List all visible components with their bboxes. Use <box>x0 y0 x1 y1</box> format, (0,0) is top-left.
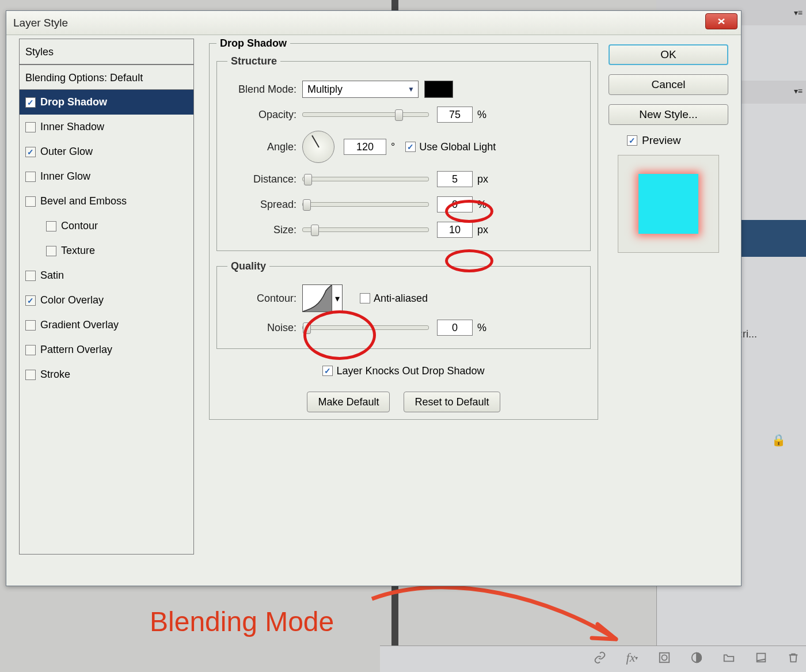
effect-panel-title: Drop Shadow <box>216 37 290 50</box>
style-label: Pattern Overlay <box>40 344 112 356</box>
chevron-down-icon[interactable]: ▾ <box>332 285 342 312</box>
angle-unit: ° <box>391 141 395 153</box>
preview-checkbox[interactable] <box>627 135 637 146</box>
layer-knocks-out-checkbox[interactable] <box>322 366 333 376</box>
style-item-drop-shadow[interactable]: Drop Shadow <box>20 90 193 115</box>
blend-mode-label: Blend Mode: <box>227 83 302 96</box>
style-item-stroke[interactable]: Stroke <box>20 362 193 387</box>
style-item-inner-shadow[interactable]: Inner Shadow <box>20 115 193 139</box>
distance-label: Distance: <box>227 173 302 185</box>
angle-dial[interactable] <box>302 131 334 163</box>
opacity-input[interactable]: 75 <box>437 107 473 123</box>
style-item-gradient-overlay[interactable]: Gradient Overlay <box>20 313 193 337</box>
angle-label: Angle: <box>227 141 302 153</box>
new-style-button[interactable]: New Style... <box>609 104 728 125</box>
noise-label: Noise: <box>227 322 302 334</box>
styles-header[interactable]: Styles <box>20 39 193 64</box>
style-checkbox[interactable] <box>25 147 36 157</box>
panel-menu-icon[interactable]: ▾≡ <box>794 8 803 17</box>
style-label: Color Overlay <box>40 294 104 306</box>
style-label: Inner Glow <box>40 170 90 183</box>
distance-input[interactable]: 5 <box>437 171 473 187</box>
quality-group: Quality Contour: ▾ Anti-aliased Noise: 0 <box>216 260 591 349</box>
layers-panel-toolbar: fx▾ <box>380 646 806 672</box>
make-default-button[interactable]: Make Default <box>307 392 390 412</box>
style-label: Drop Shadow <box>40 96 107 108</box>
contour-label: Contour: <box>227 293 302 305</box>
style-item-texture[interactable]: Texture <box>20 238 193 263</box>
style-checkbox[interactable] <box>25 172 36 182</box>
style-checkbox[interactable] <box>25 271 36 281</box>
spread-label: Spread: <box>227 199 302 211</box>
style-checkbox[interactable] <box>25 370 36 380</box>
style-item-contour[interactable]: Contour <box>20 214 193 238</box>
style-item-pattern-overlay[interactable]: Pattern Overlay <box>20 337 193 362</box>
effect-panel: Drop Shadow Structure Blend Mode: Multip… <box>209 37 598 420</box>
style-checkbox[interactable] <box>25 320 36 331</box>
panel-menu-icon[interactable]: ▾≡ <box>794 86 803 96</box>
cancel-button[interactable]: Cancel <box>609 74 728 95</box>
dialog-title: Layer Style <box>13 17 68 29</box>
lock-icon[interactable]: 🔒 <box>771 433 786 447</box>
size-slider[interactable] <box>302 227 429 232</box>
style-item-inner-glow[interactable]: Inner Glow <box>20 164 193 189</box>
close-button[interactable] <box>705 13 737 29</box>
angle-input[interactable]: 120 <box>344 139 386 155</box>
svg-point-1 <box>661 655 667 660</box>
style-label: Bevel and Emboss <box>40 195 127 207</box>
adjustment-layer-icon[interactable] <box>690 651 704 665</box>
delete-layer-icon[interactable] <box>786 651 800 665</box>
style-label: Gradient Overlay <box>40 319 119 331</box>
use-global-light-label: Use Global Light <box>419 141 496 153</box>
opacity-unit: % <box>477 109 486 121</box>
anti-aliased-label: Anti-aliased <box>374 293 428 305</box>
structure-group: Structure Blend Mode: Multiply Opacity: … <box>216 55 591 251</box>
style-checkbox[interactable] <box>46 221 56 231</box>
ok-button[interactable]: OK <box>609 44 728 65</box>
style-item-bevel-and-emboss[interactable]: Bevel and Emboss <box>20 189 193 214</box>
style-item-outer-glow[interactable]: Outer Glow <box>20 139 193 164</box>
noise-slider[interactable] <box>302 325 429 330</box>
style-item-color-overlay[interactable]: Color Overlay <box>20 288 193 313</box>
noise-input[interactable]: 0 <box>437 320 473 336</box>
link-layers-icon[interactable] <box>593 651 607 665</box>
spread-input[interactable]: 0 <box>437 196 473 212</box>
shadow-color-swatch[interactable] <box>424 81 453 98</box>
preview-swatch <box>638 174 698 234</box>
spread-unit: % <box>477 199 486 211</box>
new-layer-icon[interactable] <box>754 651 768 665</box>
size-unit: px <box>477 224 488 236</box>
style-label: Outer Glow <box>40 146 93 158</box>
style-checkbox[interactable] <box>25 97 36 108</box>
distance-slider[interactable] <box>302 177 429 181</box>
style-label: Stroke <box>40 369 70 381</box>
style-checkbox[interactable] <box>25 122 36 132</box>
contour-picker[interactable]: ▾ <box>302 284 343 312</box>
dialog-titlebar[interactable]: Layer Style <box>6 11 741 35</box>
blend-mode-dropdown[interactable]: Multiply <box>302 81 419 98</box>
noise-unit: % <box>477 322 486 334</box>
style-checkbox[interactable] <box>46 246 56 256</box>
spread-slider[interactable] <box>302 202 429 207</box>
style-checkbox[interactable] <box>25 295 36 306</box>
layer-knocks-out-label: Layer Knocks Out Drop Shadow <box>336 365 484 377</box>
blend-mode-value: Multiply <box>307 83 343 96</box>
style-checkbox[interactable] <box>25 196 36 207</box>
style-label: Inner Shadow <box>40 121 104 133</box>
layer-style-fx-icon[interactable]: fx▾ <box>625 651 639 665</box>
layer-mask-icon[interactable] <box>657 651 671 665</box>
svg-rect-0 <box>660 653 670 663</box>
style-label: Texture <box>61 245 95 257</box>
use-global-light-checkbox[interactable] <box>405 142 416 152</box>
opacity-slider[interactable] <box>302 112 429 117</box>
new-group-icon[interactable] <box>722 651 736 665</box>
style-item-satin[interactable]: Satin <box>20 263 193 288</box>
structure-legend: Structure <box>227 55 280 67</box>
blending-options-row[interactable]: Blending Options: Default <box>20 64 193 90</box>
quality-legend: Quality <box>227 260 269 272</box>
reset-default-button[interactable]: Reset to Default <box>404 392 500 412</box>
anti-aliased-checkbox[interactable] <box>360 293 370 303</box>
style-label: Contour <box>61 220 98 232</box>
size-input[interactable]: 10 <box>437 222 473 238</box>
style-checkbox[interactable] <box>25 345 36 355</box>
